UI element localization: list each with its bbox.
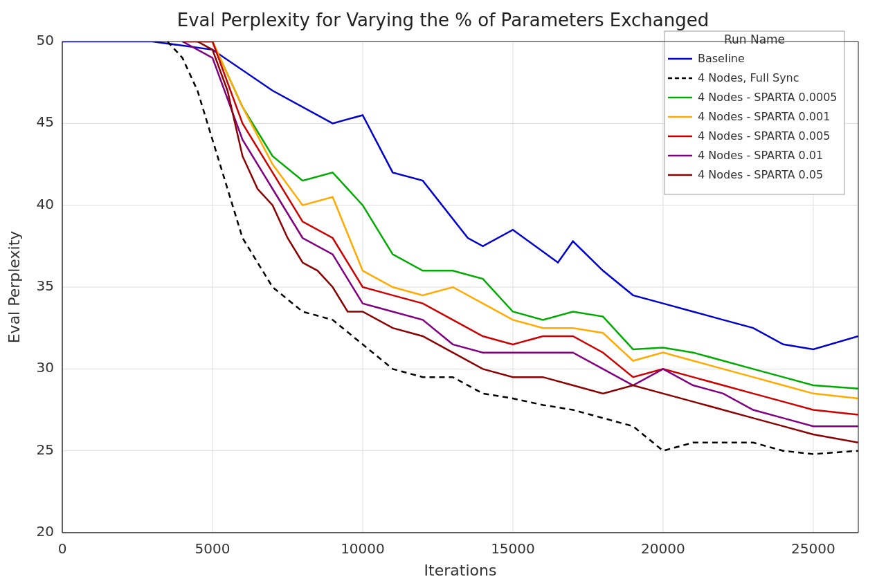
- svg-text:40: 40: [37, 196, 54, 212]
- svg-text:20: 20: [37, 523, 54, 540]
- svg-text:5000: 5000: [195, 540, 230, 557]
- svg-text:15000: 15000: [491, 540, 535, 557]
- svg-text:4 Nodes - SPARTA 0.0005: 4 Nodes - SPARTA 0.0005: [698, 91, 838, 104]
- svg-text:Eval Perplexity for Varying th: Eval Perplexity for Varying the % of Par…: [177, 10, 709, 30]
- svg-text:35: 35: [37, 277, 54, 294]
- svg-text:45: 45: [37, 113, 54, 130]
- svg-text:25: 25: [37, 441, 54, 458]
- svg-text:4 Nodes - SPARTA 0.01: 4 Nodes - SPARTA 0.01: [698, 149, 823, 162]
- svg-text:10000: 10000: [341, 540, 385, 557]
- svg-text:20000: 20000: [641, 540, 685, 557]
- svg-text:Eval Perplexity: Eval Perplexity: [6, 231, 23, 344]
- chart-container: 202530354045500500010000150002000025000E…: [0, 0, 886, 588]
- svg-text:25000: 25000: [791, 540, 835, 557]
- svg-text:4 Nodes - SPARTA 0.05: 4 Nodes - SPARTA 0.05: [698, 168, 823, 181]
- svg-text:50: 50: [37, 32, 54, 48]
- svg-text:4 Nodes, Full Sync: 4 Nodes, Full Sync: [698, 71, 799, 84]
- svg-text:Run Name: Run Name: [724, 33, 785, 46]
- svg-text:4 Nodes - SPARTA 0.001: 4 Nodes - SPARTA 0.001: [698, 110, 830, 123]
- svg-text:30: 30: [37, 359, 54, 376]
- chart-svg: 202530354045500500010000150002000025000E…: [0, 0, 886, 588]
- svg-text:0: 0: [58, 540, 67, 557]
- svg-text:Baseline: Baseline: [698, 52, 745, 65]
- svg-text:4 Nodes - SPARTA 0.005: 4 Nodes - SPARTA 0.005: [698, 129, 830, 143]
- svg-text:Iterations: Iterations: [424, 562, 497, 579]
